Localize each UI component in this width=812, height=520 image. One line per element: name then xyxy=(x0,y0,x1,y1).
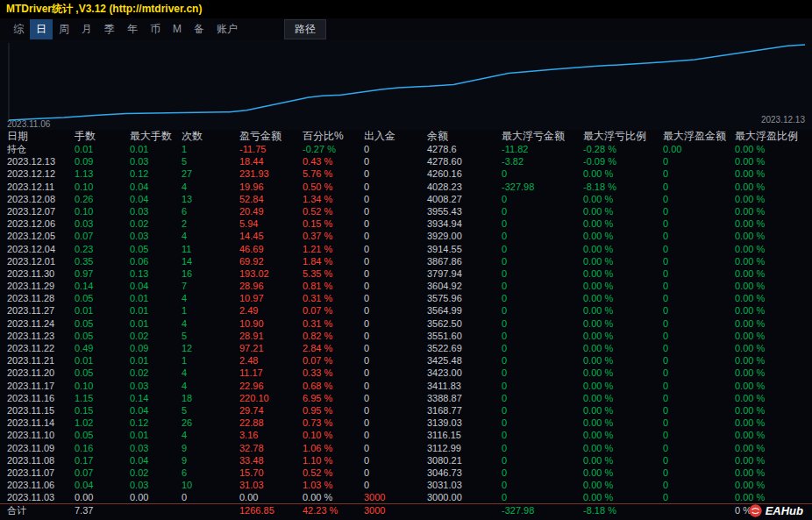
table-cell: 0 xyxy=(364,417,427,429)
table-cell: 0 xyxy=(502,367,583,379)
table-row[interactable]: 2023.11.230.050.02528.910.82 %03551.6000… xyxy=(0,330,812,342)
table-cell: 0 xyxy=(663,292,735,304)
table-cell: 69.92 xyxy=(239,255,303,267)
table-cell: 0 xyxy=(364,230,427,242)
table-cell: 0 xyxy=(364,255,427,267)
period-tabs: 综日周月季年币M备账户 xyxy=(7,19,244,39)
table-cell: 28.96 xyxy=(239,280,303,292)
table-row[interactable]: 2023.11.170.100.03422.960.68 %03411.8300… xyxy=(0,380,812,392)
table-row[interactable]: 2023.12.060.030.0225.940.15 %03934.9400.… xyxy=(0,217,812,230)
table-cell: 0.35 xyxy=(75,255,130,267)
tab-币[interactable]: 币 xyxy=(144,19,167,39)
table-row[interactable]: 2023.12.080.260.041352.841.34 %04008.270… xyxy=(0,193,812,205)
table-cell: 0.00 % xyxy=(735,330,812,342)
table-cell: 0 xyxy=(502,380,583,392)
table-cell: 0 xyxy=(502,342,583,354)
table-cell: 0 xyxy=(663,317,735,330)
table-cell: 0 xyxy=(663,417,735,429)
table-row[interactable]: 2023.12.010.350.061469.921.84 %03867.860… xyxy=(0,255,812,267)
tab-日[interactable]: 日 xyxy=(30,19,53,39)
table-row[interactable]: 2023.12.121.130.1227231.935.76 %04260.16… xyxy=(0,167,812,180)
table-cell: 0.23 xyxy=(75,243,130,255)
tab-年[interactable]: 年 xyxy=(121,19,144,39)
table-cell: 5 xyxy=(182,155,239,167)
table-cell: 0.00 % xyxy=(583,193,663,205)
table-row[interactable]: 2023.11.060.040.031031.031.03 %03031.030… xyxy=(0,479,812,491)
tab-季[interactable]: 季 xyxy=(98,19,121,39)
table-row[interactable]: 2023.12.130.090.03518.440.43 %04278.60-3… xyxy=(0,155,812,167)
table-row[interactable]: 2023.11.141.020.122622.880.73 %03139.030… xyxy=(0,417,812,429)
table-row[interactable]: 2023.12.040.230.051146.691.21 %03914.550… xyxy=(0,243,812,255)
table-row[interactable]: 2023.11.300.970.1316193.025.35 %03797.94… xyxy=(0,267,812,280)
table-row[interactable]: 2023.11.240.050.01410.900.31 %03562.5000… xyxy=(0,317,812,330)
table-cell: 0 xyxy=(364,181,427,193)
x-axis-start-label: 2023.11.06 xyxy=(7,119,50,129)
table-cell: 231.93 xyxy=(239,167,303,180)
table-cell: 0 xyxy=(364,467,427,479)
table-cell: 3934.94 xyxy=(427,217,502,230)
table-row[interactable]: 2023.12.050.070.03414.450.37 %03929.0000… xyxy=(0,230,812,242)
table-cell: 32.78 xyxy=(239,442,303,454)
table-cell: 0.00 % xyxy=(583,380,663,392)
table-cell: 0 xyxy=(502,217,583,230)
table-row[interactable]: 2023.12.110.100.04419.960.50 %04028.23-3… xyxy=(0,181,812,193)
table-cell: 0.15 % xyxy=(303,217,364,230)
table-cell: 0 xyxy=(364,243,427,255)
table-cell: 0 xyxy=(663,491,735,503)
table-cell: 0.00 % xyxy=(583,330,663,342)
tab-备[interactable]: 备 xyxy=(188,19,210,39)
table-row[interactable]: 2023.11.270.010.0112.490.07 %03564.9900.… xyxy=(0,304,812,317)
table-cell: 0 xyxy=(502,442,583,454)
table-row[interactable]: 2023.11.100.050.0143.160.10 %03116.1500.… xyxy=(0,429,812,441)
table-row[interactable]: 2023.11.220.490.091297.212.84 %03522.690… xyxy=(0,342,812,354)
table-cell: 0 xyxy=(663,243,735,255)
table-cell: 0.00 % xyxy=(303,491,364,503)
tab-M[interactable]: M xyxy=(167,20,188,38)
table-cell: 0 xyxy=(663,255,735,267)
table-row[interactable]: 2023.11.030.000.0000.000.00 %30003000.00… xyxy=(0,491,812,503)
table-row[interactable]: 2023.11.280.050.01410.970.31 %03575.9600… xyxy=(0,292,812,304)
table-cell: 0 xyxy=(502,491,583,503)
table-row[interactable]: 2023.11.200.050.02411.170.33 %03423.0000… xyxy=(0,367,812,379)
tab-月[interactable]: 月 xyxy=(75,19,98,39)
tab-账户[interactable]: 账户 xyxy=(210,19,244,39)
table-cell: 0.00 % xyxy=(583,404,663,417)
table-cell: 0 xyxy=(663,367,735,379)
table-cell: 52.84 xyxy=(239,193,303,205)
eahub-watermark[interactable]: EAHub xyxy=(749,504,803,517)
table-row[interactable]: 2023.11.290.140.04728.960.81 %03604.9200… xyxy=(0,280,812,292)
table-cell: -0.28 % xyxy=(583,143,663,155)
table-row[interactable]: 持仓0.010.011-11.75-0.27 %04278.6-11.82-0.… xyxy=(0,143,812,155)
table-cell: 0.01 xyxy=(75,304,130,317)
table-cell: 0.00 % xyxy=(583,417,663,429)
table-cell: 5.76 % xyxy=(303,167,364,180)
table-cell: 4278.60 xyxy=(427,155,502,167)
table-row[interactable]: 2023.11.090.160.03932.781.06 %03112.9900… xyxy=(0,442,812,454)
table-cell: 0.00 % xyxy=(583,491,663,503)
table-row[interactable]: 2023.11.070.070.02615.700.52 %03046.7300… xyxy=(0,467,812,479)
table-row[interactable]: 2023.11.210.010.0112.480.07 %03425.4800.… xyxy=(0,354,812,367)
table-cell: 0.00 % xyxy=(583,454,663,467)
table-cell: -327.98 xyxy=(502,181,583,193)
table-body: 持仓0.010.011-11.75-0.27 %04278.6-11.82-0.… xyxy=(0,143,812,503)
table-row[interactable]: 2023.11.080.170.04933.481.10 %03080.2100… xyxy=(0,454,812,467)
column-header: 最大浮盈金额 xyxy=(663,130,735,143)
table-cell: 0.52 % xyxy=(303,467,364,479)
table-cell: 4 xyxy=(182,367,239,379)
table-row[interactable]: 2023.12.070.100.03620.490.52 %03955.4300… xyxy=(0,205,812,217)
table-row[interactable]: 2023.11.150.150.04529.740.95 %03168.7700… xyxy=(0,404,812,417)
table-cell: 0.00 % xyxy=(583,442,663,454)
table-cell: 0 xyxy=(663,280,735,292)
tab-综[interactable]: 综 xyxy=(7,19,30,39)
tab-周[interactable]: 周 xyxy=(53,19,75,39)
table-cell: 0.00 % xyxy=(735,280,812,292)
table-cell: 0.00 xyxy=(75,491,130,503)
table-cell: 26 xyxy=(182,417,239,429)
table-row[interactable]: 2023.11.161.150.1418220.106.95 %03388.87… xyxy=(0,392,812,404)
path-button[interactable]: 路径 xyxy=(284,19,326,39)
table-cell: 0.00 % xyxy=(735,467,812,479)
table-cell: 2023.11.07 xyxy=(7,467,75,479)
table-cell: 0 xyxy=(502,230,583,242)
table-cell: 0 xyxy=(502,317,583,330)
column-header: 手数 xyxy=(75,130,130,143)
